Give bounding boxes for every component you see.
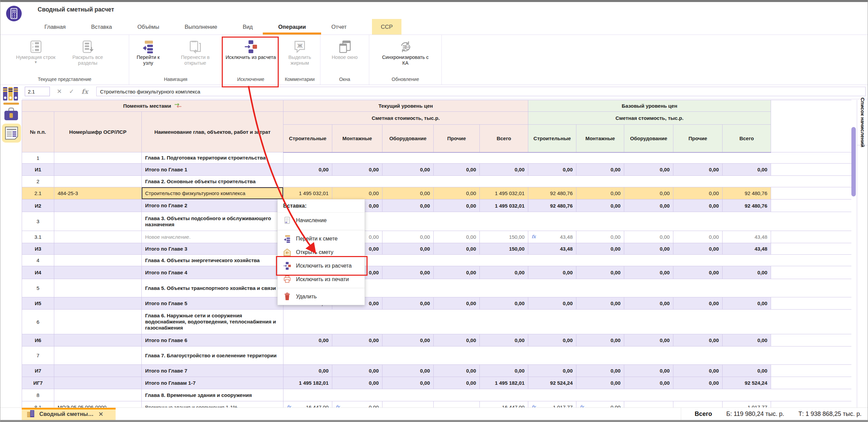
col-header-base-1[interactable]: Монтажные <box>576 125 624 152</box>
table-row[interactable]: И1Итого по Главе 10,000,000,000,000,000,… <box>22 164 852 176</box>
table-cell[interactable]: 0,00 <box>528 365 576 377</box>
table-cell[interactable]: 0,00 <box>332 365 382 377</box>
table-cell[interactable]: 1 017,77 <box>723 401 771 408</box>
table-row[interactable]: 2Глава 2. Основные объекты строительства <box>22 176 852 187</box>
table-cell[interactable]: 0,00 <box>673 365 723 377</box>
table-cell[interactable]: 0,00 <box>382 199 434 212</box>
confirm-icon[interactable]: ✓ <box>67 87 76 96</box>
name-cell[interactable]: Итого по Главе 1 <box>142 164 283 176</box>
toolbar-button[interactable]: ЖВыделить жирным <box>279 39 320 66</box>
name-cell[interactable]: Итого по Главе 5 <box>142 297 283 310</box>
table-cell[interactable]: 0,00 <box>624 297 673 310</box>
table-row[interactable]: И6Итого по Главе 60,000,000,000,000,000,… <box>22 334 852 346</box>
menu-item-2[interactable]: Открыть смету <box>278 246 364 259</box>
table-row[interactable]: 6Глава 6. Наружные сети и сооружения вод… <box>22 310 852 334</box>
table-cell[interactable] <box>54 255 142 266</box>
toolbar-button[interactable]: Раскрыть все разделы <box>60 39 116 66</box>
table-row[interactable]: И4Итого по Главе 40,000,000,000,000,000,… <box>22 266 852 279</box>
table-cell[interactable]: 0,00 <box>480 297 528 310</box>
table-cell[interactable] <box>283 310 852 334</box>
table-cell[interactable] <box>771 297 851 310</box>
menu-item-5[interactable]: Удалить <box>278 290 364 303</box>
table-row[interactable]: 3Глава 3. Объекты подсобного и обслужива… <box>22 212 852 231</box>
col-header-current-0[interactable]: Строительные <box>283 125 332 152</box>
accruals-list-tab[interactable]: Список начислений <box>857 100 868 145</box>
name-cell[interactable]: Итого по Главе 2 <box>142 199 283 212</box>
name-cell[interactable]: Глава 4. Объекты энергетического хозяйст… <box>142 255 283 266</box>
table-cell[interactable]: 2.1 <box>22 187 54 199</box>
table-cell[interactable]: МОЭ 05.05.006-0000 <box>54 401 142 408</box>
table-cell[interactable]: 1 495 032,01 <box>480 199 528 212</box>
table-cell[interactable]: 0,00 <box>723 365 771 377</box>
briefcase-icon[interactable] <box>3 107 19 124</box>
selected-name-cell[interactable]: Строительство физкультурного комплекса <box>142 187 283 199</box>
table-cell[interactable]: 43,48 <box>723 231 771 243</box>
name-cell[interactable]: Итого по Главе 4 <box>142 266 283 279</box>
name-cell[interactable]: Итого по Главам 1-7 <box>142 377 283 389</box>
table-cell[interactable] <box>771 266 851 279</box>
swap-header[interactable]: Поменять местами <box>22 100 283 112</box>
table-cell[interactable]: 0,00 <box>528 297 576 310</box>
table-cell[interactable]: 0,00 <box>624 199 673 212</box>
table-row[interactable]: И3Итого по Главе 3150,000,000,000,00150,… <box>22 243 852 255</box>
table-cell[interactable]: 92 524,24 <box>723 377 771 389</box>
table-cell[interactable]: 0,00 <box>723 297 771 310</box>
table-cell[interactable]: 0,00 <box>624 231 673 243</box>
report-view-icon[interactable] <box>2 124 21 143</box>
table-cell[interactable] <box>283 212 852 231</box>
table-cell[interactable]: 43,48 <box>723 243 771 255</box>
toolbar-button[interactable]: 123Нумерация строк▼ <box>13 39 58 64</box>
ribbon-tab-главная[interactable]: Главная <box>44 19 66 35</box>
name-cell[interactable]: Глава 1. Подготовка территории строитель… <box>142 152 283 164</box>
ribbon-tab-вставка[interactable]: Вставка <box>91 19 112 35</box>
table-cell[interactable] <box>54 346 142 365</box>
table-cell[interactable]: 0,00 <box>576 377 624 389</box>
table-row[interactable]: 7Глава 7. Благоустройство и озеленение т… <box>22 346 852 365</box>
table-cell[interactable]: И4 <box>22 266 54 279</box>
table-cell[interactable]: 0,00 <box>283 365 332 377</box>
table-cell[interactable]: 0,00 <box>673 334 723 346</box>
table-cell[interactable] <box>283 389 852 401</box>
table-cell[interactable]: 5 <box>22 279 54 297</box>
table-cell[interactable]: 0,00 <box>480 266 528 279</box>
table-cell[interactable] <box>54 199 142 212</box>
toolbar-button[interactable]: Новое окно <box>329 39 360 60</box>
table-cell[interactable]: 0,00 <box>624 377 673 389</box>
table-cell[interactable]: 0,00 <box>332 377 382 389</box>
table-cell[interactable]: 0,00 <box>723 266 771 279</box>
table-cell[interactable]: 0,00 <box>434 365 480 377</box>
table-cell[interactable] <box>54 377 142 389</box>
col-header-current-2[interactable]: Оборудование <box>382 125 434 152</box>
table-cell[interactable]: 0,00 <box>576 297 624 310</box>
table-cell[interactable]: 16 447,00 <box>480 401 528 408</box>
toolbar-button[interactable]: КАСинхронизировать с КА <box>377 39 434 66</box>
menu-item-3[interactable]: Исключить из расчета <box>278 259 364 273</box>
table-cell[interactable] <box>673 401 723 408</box>
table-cell[interactable] <box>771 243 851 255</box>
col-header-name[interactable]: Наименование глав, объектов, работ и зат… <box>142 112 283 152</box>
table-cell[interactable]: 0,00 <box>576 266 624 279</box>
vertical-scrollbar[interactable] <box>851 127 856 196</box>
table-cell[interactable]: 0,00 <box>434 334 480 346</box>
table-cell[interactable] <box>283 346 852 365</box>
table-cell[interactable]: 0,00 <box>382 334 434 346</box>
table-cell[interactable]: 0,00 <box>332 334 382 346</box>
table-row[interactable]: 1Глава 1. Подготовка территории строител… <box>22 152 852 164</box>
table-cell[interactable]: 8 <box>22 389 54 401</box>
table-cell[interactable]: 92 480,76 <box>723 199 771 212</box>
ribbon-tab-сср[interactable]: ССР <box>372 19 401 35</box>
table-cell[interactable] <box>771 231 851 243</box>
table-cell[interactable]: 1 495 182,01 <box>283 377 332 389</box>
table-cell[interactable] <box>54 389 142 401</box>
table-cell[interactable]: 0,00 <box>673 243 723 255</box>
table-cell[interactable] <box>771 401 851 408</box>
table-row[interactable]: 3.1Новое начисление.fx150,000,000,000,00… <box>22 231 852 243</box>
table-cell[interactable]: 92 480,76 <box>528 199 576 212</box>
table-row[interactable]: И5Итого по Главе 50,000,000,000,000,000,… <box>22 297 852 310</box>
table-row[interactable]: И7Итого по Главе 70,000,000,000,000,000,… <box>22 365 852 377</box>
table-cell[interactable]: 0,00 <box>434 266 480 279</box>
table-cell[interactable]: 0,00 <box>434 297 480 310</box>
table-cell[interactable] <box>54 176 142 187</box>
menu-item-4[interactable]: Исключить из печати <box>278 273 364 286</box>
table-cell[interactable]: 0,00 <box>434 377 480 389</box>
